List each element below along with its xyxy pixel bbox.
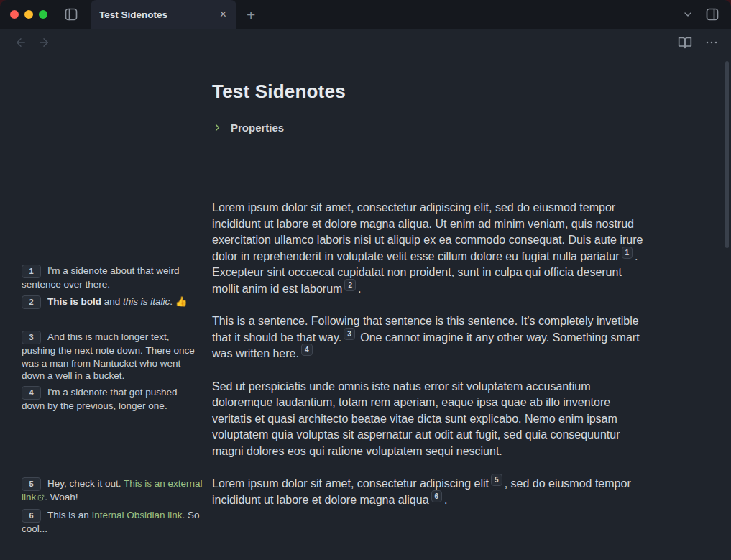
external-link-icon (37, 491, 45, 504)
close-window-button[interactable] (10, 10, 19, 19)
titlebar-right-controls (681, 6, 721, 23)
chevron-right-icon (212, 122, 223, 133)
tab-test-sidenotes[interactable]: Test Sidenotes × (91, 0, 236, 29)
titlebar: Test Sidenotes × + (0, 0, 731, 29)
sidenote-ref-5[interactable]: 5 (491, 474, 502, 486)
sidenote-number-badge[interactable]: 6 (22, 509, 41, 523)
properties-header[interactable]: Properties (212, 121, 643, 134)
sidenote-ref-1[interactable]: 1 (622, 247, 633, 259)
left-sidebar-toggle-icon[interactable] (63, 6, 80, 23)
italic-text: this is italic (123, 296, 170, 307)
obsidian-window: Test Sidenotes × + (0, 0, 731, 560)
maximize-window-button[interactable] (39, 10, 47, 19)
minimize-window-button[interactable] (24, 10, 33, 19)
note-paragraphs: Lorem ipsum dolor sit amet, consectetur … (212, 200, 643, 508)
sidenote-number-badge[interactable]: 5 (22, 477, 41, 491)
sidenote-ref-4[interactable]: 4 (301, 344, 313, 356)
new-tab-button[interactable]: + (247, 7, 255, 22)
scrollbar[interactable] (725, 61, 729, 248)
external-link[interactable]: This is an external link (22, 478, 203, 502)
sidenote-number-badge[interactable]: 1 (22, 265, 41, 278)
more-options-icon[interactable] (704, 35, 719, 50)
page-title: Test Sidenotes (212, 81, 643, 103)
paragraph-1: Lorem ipsum dolor sit amet, consectetur … (212, 200, 643, 297)
note-content: Test Sidenotes Properties Lorem ipsum do… (212, 81, 643, 508)
sidenote-6: 6This is an Internal Obsidian link. So c… (22, 509, 203, 536)
sidenote-number-badge[interactable]: 2 (22, 295, 41, 309)
reading-mode-book-icon[interactable] (676, 34, 694, 51)
properties-label: Properties (231, 121, 284, 134)
paragraph-2: This is a sentence. Following that sente… (212, 313, 643, 362)
sidenote-margin: 1I'm a sidenote about that weird sentenc… (0, 29, 208, 560)
tab-title: Test Sidenotes (99, 9, 217, 20)
bold-text: This is bold (47, 296, 101, 307)
sidenote-3: 3And this is much longer text, pushing t… (22, 331, 203, 382)
paragraph-4: Lorem ipsum dolor sit amet, consectetur … (212, 476, 643, 508)
view-actions (676, 34, 719, 51)
sidenote-number-badge[interactable]: 3 (22, 331, 41, 344)
sidenote-number-badge[interactable]: 4 (22, 386, 41, 400)
sidenote-4: 4I'm a sidenote that got pushed down by … (22, 386, 203, 413)
sidenote-ref-6[interactable]: 6 (431, 490, 443, 502)
internal-obsidian-link[interactable]: Internal Obsidian link (92, 510, 183, 520)
right-sidebar-toggle-icon[interactable] (704, 6, 721, 23)
sidenote-ref-3[interactable]: 3 (344, 328, 355, 340)
workspace: 1I'm a sidenote about that weird sentenc… (0, 29, 731, 560)
close-tab-icon[interactable]: × (217, 9, 229, 20)
paragraph-3: Sed ut perspiciatis unde omnis iste natu… (212, 379, 643, 460)
sidenote-ref-2[interactable]: 2 (344, 279, 356, 291)
tab-list-chevron-down-icon[interactable] (681, 7, 695, 22)
sidenote-5: 5Hey, check it out. This is an external … (22, 477, 203, 504)
sidenote-1: 1I'm a sidenote about that weird sentenc… (22, 265, 203, 291)
sidenote-2: 2This is bold and this is italic. 👍 (22, 295, 203, 309)
thumbs-up-emoji: 👍 (175, 296, 188, 307)
traffic-lights (10, 10, 47, 19)
